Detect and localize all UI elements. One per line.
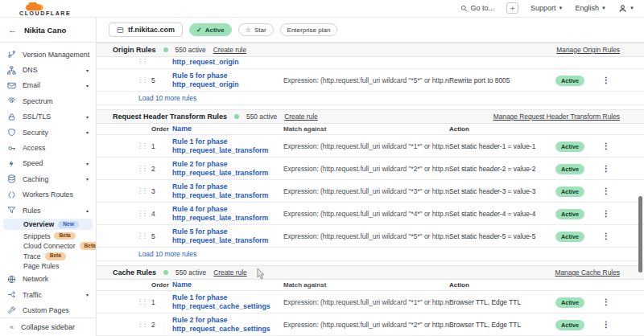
sidebar-item-dns[interactable]: DNS▾ [0, 62, 96, 77]
sidebar-item-email[interactable]: Email▾ [0, 78, 96, 93]
rule-name-line2: http_request_late_transform [172, 146, 283, 155]
rule-name-link[interactable]: Rule 1 for phasehttp_request_cache_setti… [172, 293, 283, 311]
drag-handle-icon[interactable]: ⋮⋮ [137, 142, 151, 150]
sidebar-item-spectrum[interactable]: Spectrum [0, 93, 96, 109]
language-menu[interactable]: English ▼ [576, 4, 606, 12]
sidebar-item-rules[interactable]: Rules▴ [0, 203, 96, 218]
rule-name-line2: http_request_cache_settings [172, 325, 283, 334]
sidebar-item-speed[interactable]: Speed▾ [0, 156, 96, 171]
kebab-menu-icon[interactable]: ⋮ [596, 186, 610, 195]
plan-badge: Enterprise plan [280, 23, 338, 36]
manage-rules-link[interactable]: Manage Origin Rules [556, 46, 620, 54]
sidebar-item-caching[interactable]: Caching▾ [0, 171, 96, 186]
load-more-link[interactable]: Load 10 more rules [138, 94, 196, 102]
status-badge: Active [555, 297, 584, 308]
sidebar-item-label: DNS [23, 66, 38, 74]
rule-name-link[interactable]: Rule 4 for phasehttp_request_late_transf… [172, 205, 283, 223]
beta-badge: Beta [80, 242, 97, 250]
rule-name-line1: Rule 5 for phase [172, 72, 283, 80]
sidebar-item-custom-pages[interactable]: Custom Pages [0, 302, 96, 318]
table-row: ⋮⋮1Rule 1 for phasehttp_request_cache_se… [97, 291, 644, 313]
drag-handle-icon[interactable]: ⋮⋮ [137, 232, 151, 240]
sidebar: Version ManagementDNS▾Email▾SpectrumSSL/… [0, 43, 97, 336]
kebab-menu-icon[interactable]: ⋮ [596, 232, 610, 240]
search-icon [460, 5, 468, 12]
drag-handle-icon[interactable]: ⋮⋮ [137, 187, 151, 195]
rule-action: Browser TTL, Edge TTL [449, 298, 555, 306]
goto-search[interactable]: Go to... [460, 4, 495, 12]
sidebar-item-ssl-tls[interactable]: SSL/TLS▾ [0, 109, 96, 125]
rule-name-line2: http_request_late_transform [172, 214, 283, 223]
manage-rules-link[interactable]: Manage Cache Rules [555, 268, 620, 277]
kebab-menu-icon[interactable]: ⋮ [596, 164, 610, 173]
user-menu[interactable]: ▼ [618, 4, 634, 13]
load-more-row: Load 10 more rules [97, 248, 644, 261]
kebab-menu-icon[interactable]: ⋮ [596, 297, 610, 306]
sidebar-item-overview[interactable]: OverviewNew [3, 219, 93, 230]
sidebar-item-cloud-connector[interactable]: Cloud ConnectorBeta [0, 241, 96, 252]
sidebar-item-page-rules[interactable]: Page Rules [0, 261, 96, 272]
drag-handle-icon[interactable]: ⋮⋮ [137, 298, 151, 305]
rule-name-link[interactable]: Rule 2 for phasehttp_request_late_transf… [172, 160, 283, 178]
add-button[interactable]: + [506, 2, 518, 14]
new-badge: New [58, 221, 79, 229]
status-badge: Active [555, 141, 584, 152]
active-count-dot [163, 47, 168, 52]
domain-selector[interactable]: tf.nikitac.com [109, 23, 183, 37]
sidebar-item-label: Traffic [23, 291, 42, 299]
rule-order: 1 [151, 142, 172, 150]
rule-name-link[interactable]: Rule 1 for phasehttp_request_late_transf… [172, 137, 283, 155]
manage-rules-link[interactable]: Manage Request Header Transform Rules [493, 113, 620, 121]
kebab-menu-icon[interactable]: ⋮ [596, 76, 610, 84]
caching-icon [7, 174, 16, 183]
kebab-menu-icon[interactable]: ⋮ [596, 209, 610, 218]
drag-handle-icon[interactable]: ⋮⋮ [137, 76, 151, 84]
section-title: Request Header Transform Rules [113, 113, 227, 121]
cloudflare-logo[interactable]: CLOUDFLARE [8, 2, 71, 16]
sidebar-item-security[interactable]: Security▾ [0, 125, 96, 140]
rule-order: 2 [151, 165, 172, 173]
network-icon [7, 275, 16, 284]
column-action: Action [449, 281, 555, 289]
sidebar-item-workers-routes[interactable]: Workers Routes [0, 187, 96, 203]
rule-name-line1: Rule 4 for phase [172, 205, 283, 214]
sidebar-item-snippets[interactable]: SnippetsBeta [0, 231, 96, 241]
language-label: English [576, 4, 600, 12]
drag-handle-icon[interactable]: ⋮⋮ [137, 321, 151, 328]
drag-handle-icon[interactable]: ⋮⋮ [137, 58, 151, 65]
table-row: ⋮⋮http_request_origin [97, 57, 644, 69]
scrollbar-thumb[interactable] [638, 196, 642, 272]
chevron-down-icon: ▾ [86, 83, 89, 88]
support-menu[interactable]: Support ▼ [530, 4, 563, 12]
rule-name-link[interactable]: Rule 5 for phasehttp_request_late_transf… [172, 227, 283, 245]
drag-handle-icon[interactable]: ⋮⋮ [137, 210, 151, 217]
chevron-down-icon: ▼ [559, 6, 564, 10]
kebab-menu-icon[interactable]: ⋮ [596, 141, 610, 150]
rule-name-link[interactable]: Rule 3 for phasehttp_request_late_transf… [172, 182, 283, 200]
sidebar-item-traffic[interactable]: Traffic▾ [0, 287, 96, 302]
sidebar-item-network[interactable]: Network [0, 272, 96, 287]
drag-handle-icon[interactable]: ⋮⋮ [137, 165, 151, 172]
active-count-dot [163, 270, 168, 275]
sidebar-item-access[interactable]: Access [0, 140, 96, 155]
star-button[interactable]: ☆ Star [238, 23, 274, 36]
create-rule-link[interactable]: Create rule [213, 46, 246, 54]
back-arrow-icon[interactable]: ← [8, 25, 17, 35]
sidebar-item-label: Email [23, 81, 40, 89]
create-rule-link[interactable]: Create rule [284, 113, 317, 121]
load-more-link[interactable]: Load 10 more rules [138, 250, 196, 258]
column-name: Name [172, 125, 283, 133]
kebab-menu-icon[interactable]: ⋮ [596, 320, 610, 329]
rule-name-link[interactable]: Rule 5 for phasehttp_request_origin [172, 72, 283, 89]
rule-name-link[interactable]: Rule 2 for phasehttp_request_cache_setti… [172, 316, 283, 334]
section-title: Origin Rules [113, 46, 156, 54]
create-rule-link[interactable]: Create rule [213, 268, 246, 277]
rule-action: Set static header-1 = value-1 [449, 142, 555, 150]
sidebar-item-version-management[interactable]: Version Management [0, 47, 96, 62]
rule-expression: Expression: (http.request.full_uri wildc… [283, 165, 449, 173]
rule-name-link[interactable]: http_request_origin [172, 58, 283, 67]
sidebar-item-label: SSL/TLS [23, 113, 51, 121]
rule-status: Active [555, 142, 596, 150]
collapse-sidebar-button[interactable]: « Collapse sidebar [0, 318, 96, 336]
sidebar-item-trace[interactable]: TraceBeta [0, 251, 96, 261]
